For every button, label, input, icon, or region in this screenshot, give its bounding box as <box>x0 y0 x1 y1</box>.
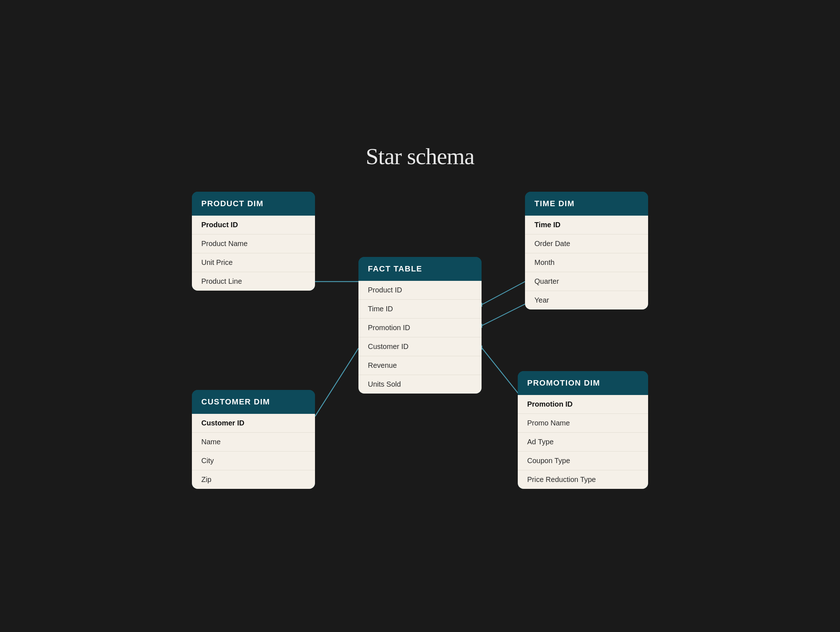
table-row: Order Date <box>525 234 648 253</box>
time-dim-header: TIME DIM <box>525 192 648 215</box>
table-row: Promotion ID <box>518 395 648 414</box>
product-dim-table: PRODUCT DIM Product ID Product Name Unit… <box>192 192 315 291</box>
table-row: Price Reduction Type <box>518 470 648 489</box>
table-row: Promotion ID <box>358 318 482 337</box>
page-title: Star schema <box>192 143 648 170</box>
svg-line-6 <box>315 348 358 417</box>
table-row: Customer ID <box>358 337 482 356</box>
product-dim-body: Product ID Product Name Unit Price Produ… <box>192 215 315 291</box>
time-dim-body: Time ID Order Date Month Quarter Year <box>525 215 648 309</box>
table-row: Product Line <box>192 272 315 291</box>
table-row: Quarter <box>525 272 648 291</box>
table-row: Zip <box>192 470 315 489</box>
table-row: Year <box>525 291 648 309</box>
promotion-dim-header: PROMOTION DIM <box>518 371 648 395</box>
table-row: Month <box>525 253 648 272</box>
fact-table-header: FACT TABLE <box>358 257 482 281</box>
table-row: Product ID <box>192 215 315 234</box>
svg-line-2 <box>482 282 525 305</box>
table-row: Product ID <box>358 281 482 300</box>
table-row: Unit Price <box>192 253 315 272</box>
customer-dim-table: CUSTOMER DIM Customer ID Name City Zip <box>192 390 315 489</box>
product-dim-header: PRODUCT DIM <box>192 192 315 215</box>
svg-line-4 <box>482 304 525 326</box>
fact-table-body: Product ID Time ID Promotion ID Customer… <box>358 281 482 394</box>
promotion-dim-body: Promotion ID Promo Name Ad Type Coupon T… <box>518 395 648 489</box>
table-row: Promo Name <box>518 414 648 433</box>
time-dim-table: TIME DIM Time ID Order Date Month Quarte… <box>525 192 648 309</box>
table-row: Name <box>192 433 315 451</box>
table-row: Ad Type <box>518 433 648 451</box>
table-row: Time ID <box>358 300 482 318</box>
schema-container: PRODUCT DIM Product ID Product Name Unit… <box>192 192 648 489</box>
customer-dim-header: CUSTOMER DIM <box>192 390 315 414</box>
table-row: Time ID <box>525 215 648 234</box>
table-row: City <box>192 451 315 470</box>
table-row: Coupon Type <box>518 451 648 470</box>
promotion-dim-table: PROMOTION DIM Promotion ID Promo Name Ad… <box>518 371 648 489</box>
fact-table: FACT TABLE Product ID Time ID Promotion … <box>358 257 482 394</box>
table-row: Product Name <box>192 234 315 253</box>
table-row: Revenue <box>358 356 482 375</box>
customer-dim-body: Customer ID Name City Zip <box>192 414 315 489</box>
page-wrapper: Star schema PRODUCT DIM Product <box>192 143 648 489</box>
table-row: Units Sold <box>358 375 482 394</box>
table-row: Customer ID <box>192 414 315 433</box>
